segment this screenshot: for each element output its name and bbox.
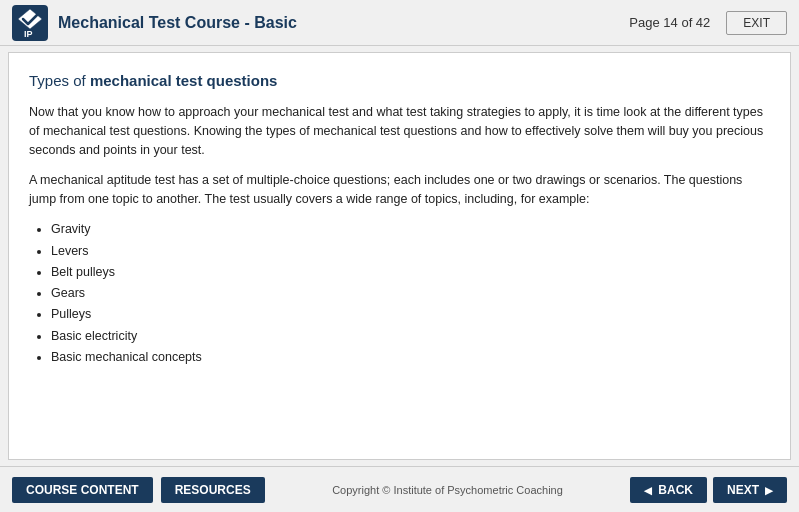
header: IP Mechanical Test Course - Basic Page 1… [0, 0, 799, 46]
list-item: Basic mechanical concepts [51, 347, 770, 368]
svg-text:IP: IP [24, 29, 33, 39]
header-right: Page 14 of 42 EXIT [629, 11, 787, 35]
paragraph-2: A mechanical aptitude test has a set of … [29, 171, 770, 210]
logo-icon: IP [12, 5, 48, 41]
page-title: Types of mechanical test questions [29, 71, 770, 91]
list-item: Belt pulleys [51, 262, 770, 283]
page-title-normal: Types of [29, 72, 90, 89]
next-arrow-icon [765, 483, 773, 497]
list-item: Basic electricity [51, 326, 770, 347]
next-label: NEXT [727, 483, 759, 497]
back-arrow-icon [644, 483, 652, 497]
header-left: IP Mechanical Test Course - Basic [12, 5, 297, 41]
footer-right: BACK NEXT [630, 477, 787, 503]
back-button[interactable]: BACK [630, 477, 707, 503]
main-content: Types of mechanical test questions Now t… [8, 52, 791, 460]
page-title-bold: mechanical test questions [90, 72, 278, 89]
back-label: BACK [658, 483, 693, 497]
list-item: Gears [51, 283, 770, 304]
list-item: Pulleys [51, 304, 770, 325]
list-item: Levers [51, 241, 770, 262]
paragraph-1: Now that you know how to approach your m… [29, 103, 770, 161]
resources-button[interactable]: RESOURCES [161, 477, 265, 503]
exit-button[interactable]: EXIT [726, 11, 787, 35]
page-indicator: Page 14 of 42 [629, 15, 710, 30]
list-item: Gravity [51, 219, 770, 240]
course-title: Mechanical Test Course - Basic [58, 14, 297, 32]
footer: COURSE CONTENT RESOURCES Copyright © Ins… [0, 466, 799, 512]
footer-copyright: Copyright © Institute of Psychometric Co… [332, 484, 563, 496]
next-button[interactable]: NEXT [713, 477, 787, 503]
topic-list: GravityLeversBelt pulleysGearsPulleysBas… [51, 219, 770, 368]
footer-left: COURSE CONTENT RESOURCES [12, 477, 265, 503]
course-content-button[interactable]: COURSE CONTENT [12, 477, 153, 503]
